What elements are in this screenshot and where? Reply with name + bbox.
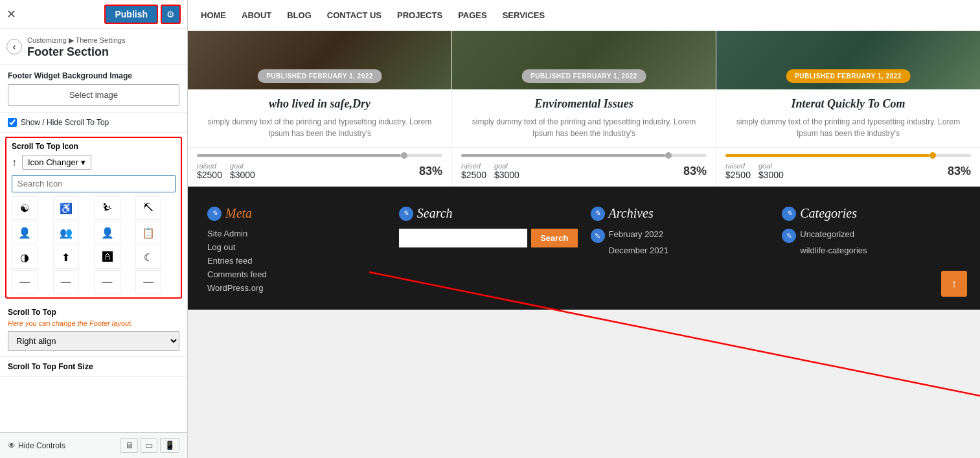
right-align-select[interactable]: Right align Left align Center align [8, 331, 179, 351]
nav-home[interactable]: HOME [201, 8, 226, 23]
footer-categories-title: ✎ Categories [782, 206, 961, 221]
scroll-to-top-button[interactable]: ↑ [941, 271, 967, 297]
archive-item-feb: February 2022 [609, 229, 664, 239]
icon-cell[interactable]: ⛏ [135, 196, 161, 220]
nav-pages[interactable]: PAGES [458, 8, 487, 23]
archives-edit-circle[interactable]: ✎ [591, 207, 605, 221]
nav-about[interactable]: ABOUT [242, 8, 271, 23]
icon-cell[interactable]: 👥 [53, 221, 79, 244]
progress-track-2 [461, 154, 707, 157]
nav-labels: Customizing ▶ Theme Settings Footer Sect… [27, 34, 125, 59]
scroll-to-top-section: Scroll To Top Here you can change the Fo… [0, 303, 187, 357]
icon-changer-label: Icon Changer [28, 157, 78, 167]
scroll-top-font-section: Scroll To Top Font Size [0, 357, 187, 377]
back-button[interactable]: ‹ [6, 39, 22, 54]
icon-cell[interactable]: — [95, 270, 120, 293]
icon-cell[interactable]: ☾ [135, 246, 161, 269]
card-3-text: simply dummy text of the printing and ty… [725, 116, 971, 139]
mobile-view-button[interactable]: 📱 [160, 438, 179, 453]
publish-button[interactable]: Publish [104, 5, 158, 24]
panel-content: Footer Widget Background Image Select im… [0, 65, 187, 432]
nav-services[interactable]: SERVICES [503, 8, 545, 23]
icon-cell[interactable]: — [12, 270, 38, 293]
progress-fill-3 [725, 154, 929, 157]
footer-link-logout[interactable]: Log out [207, 242, 386, 252]
tablet-view-button[interactable]: ▭ [141, 438, 157, 453]
icon-cell[interactable]: — [135, 270, 161, 293]
card-2-progress: raised $2500 goal $3000 83% [452, 147, 716, 187]
hide-controls-button[interactable]: 👁 Hide Controls [8, 441, 65, 450]
progress-fill-1 [197, 154, 401, 157]
footer-link-entries[interactable]: Entries feed [207, 256, 386, 266]
categories-edit-circle-2[interactable]: ✎ [782, 229, 796, 243]
view-icons: 🖥 ▭ 📱 [120, 438, 179, 453]
nav-projects[interactable]: PROJECTS [397, 8, 442, 23]
gear-button[interactable]: ⚙ [161, 5, 181, 24]
progress-stats-3: raised $2500 goal $3000 83% [725, 162, 971, 180]
breadcrumb: Customizing ▶ Theme Settings [27, 36, 125, 44]
search-title-text: Search [417, 206, 453, 221]
icon-cell[interactable]: — [53, 270, 79, 293]
icon-cell[interactable]: ♿ [53, 196, 79, 220]
arrow-up-icon: ↑ [12, 157, 17, 168]
footer-link-site-admin[interactable]: Site Admin [207, 229, 386, 238]
icon-cell[interactable]: ☯ [12, 196, 38, 220]
footer-search-button[interactable]: Search [531, 229, 577, 247]
progress-track-1 [197, 154, 442, 157]
nav-blog[interactable]: BLOG [287, 8, 312, 23]
footer-grid: ✎ Meta Site Admin Log out Entries feed C… [207, 206, 961, 297]
search-edit-circle[interactable]: ✎ [399, 207, 413, 221]
categories-title-text: Categories [800, 206, 857, 221]
icon-cell[interactable]: ⛷ [95, 196, 120, 220]
main-content: HOME ABOUT BLOG CONTACT US PROJECTS PAGE… [188, 0, 980, 310]
icon-cell[interactable]: 👤 [12, 221, 38, 244]
card-1-image: PUBLISHED FEBRUARY 1, 2022 [188, 31, 451, 89]
archives-edit-circle-2[interactable]: ✎ [591, 229, 605, 243]
card-2-image: PUBLISHED FEBRUARY 1, 2022 [452, 31, 716, 89]
icon-cell[interactable]: 🅰 [95, 246, 120, 269]
progress-stats-1: raised $2500 goal $3000 83% [197, 162, 442, 180]
show-hide-scroll-label: Show / Hide Scroll To Top [21, 118, 109, 127]
publish-area: Publish ⚙ [104, 5, 181, 24]
blog-card-2: PUBLISHED FEBRUARY 1, 2022 Enviromental … [451, 31, 716, 187]
nav-contact[interactable]: CONTACT US [327, 8, 382, 23]
select-image-button[interactable]: Select image [8, 84, 179, 106]
card-1-date: PUBLISHED FEBRUARY 1, 2022 [257, 69, 382, 83]
blog-cards: PUBLISHED FEBRUARY 1, 2022 who lived in … [188, 31, 980, 187]
left-panel: ✕ Publish ⚙ ‹ Customizing ▶ Theme Settin… [0, 0, 188, 458]
card-2-body: Enviromental Issues simply dummy text of… [452, 89, 716, 147]
panel-footer: 👁 Hide Controls 🖥 ▭ 📱 [0, 432, 187, 458]
card-3-title: Interat Quickly To Com [725, 97, 971, 111]
eye-icon: 👁 [8, 441, 16, 450]
footer-search-input[interactable] [399, 229, 527, 247]
desktop-view-button[interactable]: 🖥 [120, 438, 138, 453]
footer-link-comments[interactable]: Comments feed [207, 269, 386, 279]
footer-search-col: ✎ Search Search [399, 206, 578, 297]
close-button[interactable]: ✕ [6, 7, 16, 21]
progress-track-3 [725, 154, 971, 157]
archive-item-dec: December 2021 [609, 246, 769, 255]
footer-link-wordpress[interactable]: WordPress.org [207, 283, 386, 293]
icon-cell[interactable]: ◑ [12, 246, 38, 269]
categories-edit-circle[interactable]: ✎ [782, 207, 796, 221]
search-icon-input[interactable] [12, 175, 176, 192]
icon-cell[interactable]: 👤 [95, 221, 120, 244]
footer-archives-col: ✎ Archives ✎ February 2022 December 2021 [591, 206, 769, 297]
category-item-wildlife: wildlife-categories [800, 246, 961, 255]
section-title: Footer Section [27, 45, 125, 59]
category-item-uncat: Uncategorized [800, 229, 854, 239]
footer-archives-title: ✎ Archives [591, 206, 769, 221]
footer-search-row: Search [399, 229, 578, 247]
icon-cell[interactable]: 📋 [135, 221, 161, 244]
meta-edit-circle[interactable]: ✎ [207, 207, 222, 221]
icon-cell[interactable]: ⬆ [53, 246, 79, 269]
progress-stats-2: raised $2500 goal $3000 83% [461, 162, 707, 180]
card-3-progress: raised $2500 goal $3000 83% [716, 147, 980, 187]
meta-title-text: Meta [225, 206, 252, 221]
icon-changer-dropdown[interactable]: Icon Changer ▾ [22, 155, 91, 170]
show-hide-scroll-checkbox[interactable] [8, 118, 17, 127]
card-1-text: simply dummy text of the printing and ty… [197, 116, 442, 139]
panel-nav: ‹ Customizing ▶ Theme Settings Footer Se… [0, 29, 187, 65]
icon-changer-row: ↑ Icon Changer ▾ [12, 155, 176, 170]
chevron-down-icon: ▾ [81, 157, 85, 167]
